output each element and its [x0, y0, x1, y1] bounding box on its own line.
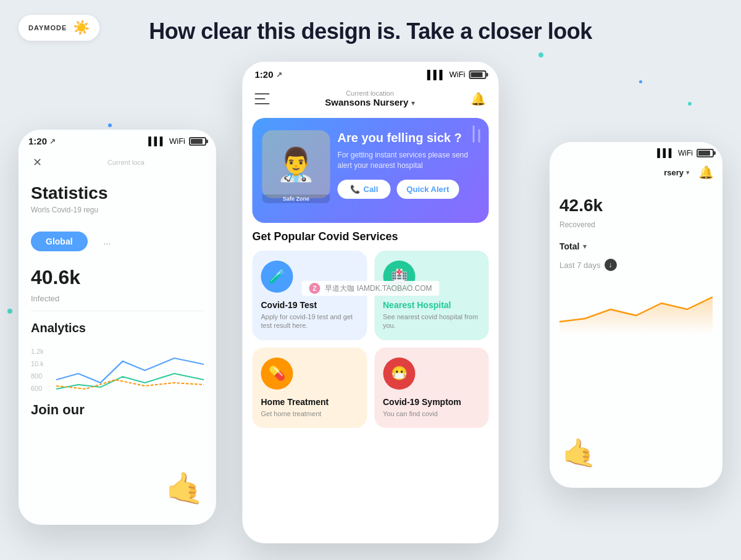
call-phone-icon: 📞 [350, 185, 360, 194]
symptom-icon: 😷 [383, 357, 415, 390]
recovered-label: Recovered [550, 220, 722, 236]
menu-line-1 [255, 93, 270, 94]
hospital-desc: See nearest covid hospital from you. [383, 312, 480, 330]
location-name: Swansons Nursery [325, 97, 408, 107]
page-title: How clear this design is. Take a closer … [0, 19, 741, 44]
nav-arrow-left: ↗ [49, 137, 56, 146]
service-card-home-treatment[interactable]: 💊 Home Treatment Get home treatment [253, 348, 367, 428]
battery-icon-left [189, 137, 206, 146]
last7-row: Last 7 days ↓ [550, 256, 722, 274]
signal-icon-center: ▌▌▌ [427, 70, 446, 80]
signal-icon-right: ▌▌▌ [657, 148, 674, 157]
hero-content: 👨‍⚕️ Safe Zone Are you felling sick ? Fo… [262, 130, 479, 199]
services-section-title: Get Popular Covid Services [243, 230, 499, 251]
left-phone: 1:20 ↗ ▌▌▌ WiFi ✕ Current loca Statistic… [19, 130, 216, 525]
chart-y-labels: 1.2k 10.k 800 600 [31, 348, 44, 392]
status-icons-left: ▌▌▌ WiFi [148, 136, 206, 146]
bell-icon-center[interactable]: 🔔 [471, 91, 487, 107]
covid-test-desc: Apply for covid-19 test and get test res… [261, 312, 359, 330]
location-suffix-right: rsery [664, 168, 684, 177]
stats-subtitle: Worls Covid-19 regu [31, 206, 204, 214]
infected-count: 40.6k [19, 261, 216, 294]
location-section: Current location Swansons Nursery ▾ [270, 90, 471, 108]
total-row: Total ▾ [550, 236, 722, 256]
service-grid: 🧪 Covid-19 Test Apply for covid-19 test … [243, 251, 499, 428]
signal-icon-left: ▌▌▌ [148, 136, 165, 146]
quick-alert-button[interactable]: Quick Alert [396, 180, 459, 199]
menu-line-2 [255, 98, 266, 99]
chevron-down-total[interactable]: ▾ [583, 242, 587, 251]
hero-decorations [473, 125, 480, 143]
total-label: Total [559, 241, 579, 251]
hero-card: 👨‍⚕️ Safe Zone Are you felling sick ? Fo… [253, 118, 489, 223]
hero-title: Are you felling sick ? [338, 130, 479, 145]
chart-area-left: 1.2k 10.k 800 600 [19, 343, 216, 392]
nav-arrow-center: ↗ [276, 70, 282, 79]
hero-person-icon: 👨‍⚕️ [276, 148, 316, 180]
decorative-dot-2 [688, 102, 692, 106]
wifi-icon-left: WiFi [169, 136, 185, 146]
arm-decoration-right: 🤙 [562, 437, 597, 469]
recovered-count: 42.6k [550, 186, 722, 220]
hero-text: Are you felling sick ? For getting insta… [338, 130, 479, 199]
battery-icon-right [697, 149, 714, 157]
watermark: Z 早道大咖 IAMDK.TAOBAO.COM [301, 281, 439, 296]
watermark-text: 早道大咖 IAMDK.TAOBAO.COM [325, 283, 432, 294]
top-nav-center: Current location Swansons Nursery ▾ 🔔 [243, 85, 499, 115]
wifi-icon-right: WiFi [678, 149, 693, 157]
last7-label: Last 7 days [559, 261, 601, 270]
hero-buttons: 📞 Call Quick Alert [338, 180, 479, 199]
symptom-desc: You can find covid [383, 409, 480, 418]
call-button[interactable]: 📞 Call [338, 180, 391, 199]
status-icons-right: ▌▌▌ WiFi [657, 148, 714, 157]
chart-area-right [550, 274, 722, 335]
status-icons-center: ▌▌▌ WiFi [427, 70, 487, 80]
chevron-right: ▾ [686, 169, 690, 177]
bell-icon-right[interactable]: 🔔 [698, 165, 714, 180]
decorative-dot-1 [538, 52, 543, 57]
analytics-title: Analytics [19, 311, 216, 343]
home-treatment-desc: Get home treatment [261, 409, 359, 418]
menu-line-3 [255, 103, 270, 104]
hospital-name: Nearest Hospital [383, 300, 480, 310]
status-bar-center: 1:20 ↗ ▌▌▌ WiFi [243, 62, 499, 85]
covid-test-name: Covid-19 Test [261, 300, 359, 310]
safe-zone-label: Safe Zone [262, 194, 330, 203]
covid-test-icon: 🧪 [261, 261, 293, 293]
svg-marker-0 [559, 297, 713, 334]
center-phone: 1:20 ↗ ▌▌▌ WiFi Current location Swanson… [243, 62, 499, 543]
battery-icon-center [469, 70, 487, 79]
close-button[interactable]: ✕ [28, 154, 46, 171]
service-card-symptom[interactable]: 😷 Covid-19 Symptom You can find covid [374, 348, 489, 428]
location-chevron[interactable]: ▾ [411, 99, 415, 107]
status-bar-right: ▌▌▌ WiFi [550, 142, 722, 161]
right-phone: ▌▌▌ WiFi rsery ▾ 🔔 42.6k Recovered Total… [550, 142, 722, 488]
time-left: 1:20 ↗ [28, 136, 56, 146]
decorative-dot-4 [108, 123, 112, 127]
home-treatment-icon: 💊 [261, 357, 293, 390]
wifi-icon-center: WiFi [450, 70, 466, 79]
location-row-right: rsery ▾ 🔔 [550, 161, 722, 186]
status-bar-left: 1:20 ↗ ▌▌▌ WiFi [19, 130, 216, 150]
watermark-logo: Z [309, 283, 320, 294]
page-header: How clear this design is. Take a closer … [0, 19, 741, 44]
hero-illustration: 👨‍⚕️ Safe Zone [262, 130, 330, 198]
chart-lines-left [56, 349, 204, 392]
join-text: Join our [19, 392, 216, 418]
decorative-dot-3 [7, 309, 12, 314]
sub-location-left: Current loca [46, 158, 206, 167]
hero-subtitle: For getting instant services please send… [338, 150, 479, 171]
last7-button[interactable]: ↓ [605, 259, 617, 271]
statistics-section: Statistics Worls Covid-19 regu [19, 176, 216, 222]
location-label: Current location [270, 90, 471, 97]
arm-decoration-left: 🤙 [165, 470, 204, 506]
infected-label: Infected [19, 294, 216, 311]
tab-other[interactable]: ... [94, 232, 121, 251]
tab-global[interactable]: Global [31, 232, 88, 251]
decorative-dot-5 [639, 80, 642, 83]
stats-title: Statistics [31, 183, 204, 203]
symptom-name: Covid-19 Symptom [383, 397, 480, 407]
time-center: 1:20 ↗ [255, 69, 282, 80]
home-treatment-name: Home Treatment [261, 397, 359, 407]
menu-icon[interactable] [255, 93, 270, 104]
